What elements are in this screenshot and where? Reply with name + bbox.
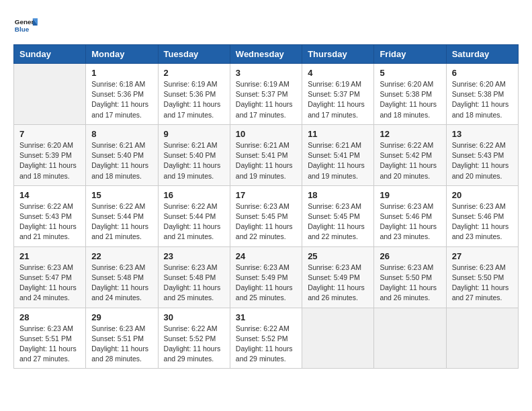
- day-number: 14: [19, 190, 80, 200]
- day-number: 13: [452, 129, 513, 139]
- day-info: Sunrise: 6:22 AMSunset: 5:44 PMDaylight:…: [91, 201, 152, 242]
- calendar-cell: 18Sunrise: 6:23 AMSunset: 5:45 PMDayligh…: [302, 185, 374, 246]
- day-number: 4: [308, 68, 368, 78]
- day-info: Sunrise: 6:21 AMSunset: 5:40 PMDaylight:…: [164, 140, 224, 181]
- calendar-cell: 29Sunrise: 6:23 AMSunset: 5:51 PMDayligh…: [86, 308, 158, 369]
- calendar-cell: 16Sunrise: 6:22 AMSunset: 5:44 PMDayligh…: [158, 185, 230, 246]
- logo-icon: General Blue: [13, 13, 38, 38]
- col-header-thursday: Thursday: [302, 45, 374, 64]
- day-number: 11: [308, 129, 368, 139]
- calendar-week-2: 7Sunrise: 6:20 AMSunset: 5:39 PMDaylight…: [14, 124, 519, 185]
- day-info: Sunrise: 6:22 AMSunset: 5:43 PMDaylight:…: [19, 201, 80, 242]
- col-header-tuesday: Tuesday: [158, 45, 230, 64]
- day-info: Sunrise: 6:21 AMSunset: 5:41 PMDaylight:…: [236, 140, 296, 181]
- day-number: 24: [236, 251, 296, 261]
- day-info: Sunrise: 6:23 AMSunset: 5:46 PMDaylight:…: [452, 201, 513, 242]
- day-info: Sunrise: 6:19 AMSunset: 5:37 PMDaylight:…: [308, 79, 368, 120]
- calendar-cell: 9Sunrise: 6:21 AMSunset: 5:40 PMDaylight…: [158, 124, 230, 185]
- calendar-cell: 20Sunrise: 6:23 AMSunset: 5:46 PMDayligh…: [446, 185, 518, 246]
- day-number: 30: [164, 312, 224, 322]
- calendar-week-3: 14Sunrise: 6:22 AMSunset: 5:43 PMDayligh…: [14, 185, 519, 246]
- calendar-table: SundayMondayTuesdayWednesdayThursdayFrid…: [13, 44, 519, 369]
- calendar-cell: 31Sunrise: 6:22 AMSunset: 5:52 PMDayligh…: [230, 308, 302, 369]
- day-info: Sunrise: 6:23 AMSunset: 5:49 PMDaylight:…: [236, 263, 296, 304]
- col-header-wednesday: Wednesday: [230, 45, 302, 64]
- day-number: 31: [236, 312, 296, 322]
- day-number: 15: [91, 190, 152, 200]
- day-info: Sunrise: 6:20 AMSunset: 5:38 PMDaylight:…: [452, 79, 513, 120]
- calendar-cell: 12Sunrise: 6:22 AMSunset: 5:42 PMDayligh…: [374, 124, 446, 185]
- logo: General Blue: [13, 13, 38, 38]
- day-info: Sunrise: 6:23 AMSunset: 5:50 PMDaylight:…: [380, 263, 440, 304]
- calendar-cell: 14Sunrise: 6:22 AMSunset: 5:43 PMDayligh…: [14, 185, 86, 246]
- calendar-cell: 13Sunrise: 6:22 AMSunset: 5:43 PMDayligh…: [446, 124, 518, 185]
- col-header-sunday: Sunday: [14, 45, 86, 64]
- day-number: 23: [164, 251, 224, 261]
- day-info: Sunrise: 6:23 AMSunset: 5:48 PMDaylight:…: [164, 263, 224, 304]
- day-info: Sunrise: 6:22 AMSunset: 5:52 PMDaylight:…: [236, 324, 296, 365]
- day-number: 29: [91, 312, 152, 322]
- day-info: Sunrise: 6:23 AMSunset: 5:51 PMDaylight:…: [91, 324, 152, 365]
- day-info: Sunrise: 6:22 AMSunset: 5:52 PMDaylight:…: [164, 324, 224, 365]
- day-info: Sunrise: 6:23 AMSunset: 5:45 PMDaylight:…: [308, 201, 368, 242]
- calendar-cell: 21Sunrise: 6:23 AMSunset: 5:47 PMDayligh…: [14, 246, 86, 308]
- day-number: 10: [236, 129, 296, 139]
- day-info: Sunrise: 6:19 AMSunset: 5:37 PMDaylight:…: [236, 79, 296, 120]
- calendar-cell: [374, 308, 446, 369]
- calendar-cell: 6Sunrise: 6:20 AMSunset: 5:38 PMDaylight…: [446, 64, 518, 125]
- calendar-cell: 8Sunrise: 6:21 AMSunset: 5:40 PMDaylight…: [86, 124, 158, 185]
- day-number: 27: [452, 251, 513, 261]
- calendar-cell: 24Sunrise: 6:23 AMSunset: 5:49 PMDayligh…: [230, 246, 302, 308]
- page-header: General Blue: [13, 13, 519, 38]
- day-number: 8: [91, 129, 152, 139]
- day-number: 5: [380, 68, 440, 78]
- calendar-cell: 28Sunrise: 6:23 AMSunset: 5:51 PMDayligh…: [14, 308, 86, 369]
- day-number: 22: [91, 251, 152, 261]
- calendar-cell: 19Sunrise: 6:23 AMSunset: 5:46 PMDayligh…: [374, 185, 446, 246]
- calendar-cell: [302, 308, 374, 369]
- day-info: Sunrise: 6:23 AMSunset: 5:51 PMDaylight:…: [19, 324, 80, 365]
- calendar-cell: [446, 308, 518, 369]
- day-info: Sunrise: 6:19 AMSunset: 5:36 PMDaylight:…: [164, 79, 224, 120]
- col-header-saturday: Saturday: [446, 45, 518, 64]
- calendar-cell: 15Sunrise: 6:22 AMSunset: 5:44 PMDayligh…: [86, 185, 158, 246]
- day-info: Sunrise: 6:21 AMSunset: 5:40 PMDaylight:…: [91, 140, 152, 181]
- day-info: Sunrise: 6:20 AMSunset: 5:39 PMDaylight:…: [19, 140, 80, 181]
- calendar-cell: 1Sunrise: 6:18 AMSunset: 5:36 PMDaylight…: [86, 64, 158, 125]
- calendar-cell: 17Sunrise: 6:23 AMSunset: 5:45 PMDayligh…: [230, 185, 302, 246]
- day-number: 20: [452, 190, 513, 200]
- day-number: 25: [308, 251, 368, 261]
- calendar-cell: 10Sunrise: 6:21 AMSunset: 5:41 PMDayligh…: [230, 124, 302, 185]
- day-number: 6: [452, 68, 513, 78]
- calendar-cell: 5Sunrise: 6:20 AMSunset: 5:38 PMDaylight…: [374, 64, 446, 125]
- calendar-week-1: 1Sunrise: 6:18 AMSunset: 5:36 PMDaylight…: [14, 64, 519, 125]
- calendar-week-4: 21Sunrise: 6:23 AMSunset: 5:47 PMDayligh…: [14, 246, 519, 308]
- day-info: Sunrise: 6:22 AMSunset: 5:44 PMDaylight:…: [164, 201, 224, 242]
- calendar-cell: 30Sunrise: 6:22 AMSunset: 5:52 PMDayligh…: [158, 308, 230, 369]
- day-number: 12: [380, 129, 440, 139]
- calendar-cell: 2Sunrise: 6:19 AMSunset: 5:36 PMDaylight…: [158, 64, 230, 125]
- day-number: 26: [380, 251, 440, 261]
- calendar-cell: 4Sunrise: 6:19 AMSunset: 5:37 PMDaylight…: [302, 64, 374, 125]
- svg-text:Blue: Blue: [15, 26, 30, 33]
- day-info: Sunrise: 6:21 AMSunset: 5:41 PMDaylight:…: [308, 140, 368, 181]
- day-number: 16: [164, 190, 224, 200]
- col-header-friday: Friday: [374, 45, 446, 64]
- calendar-cell: 25Sunrise: 6:23 AMSunset: 5:49 PMDayligh…: [302, 246, 374, 308]
- day-number: 19: [380, 190, 440, 200]
- day-number: 28: [19, 312, 80, 322]
- calendar-cell: 3Sunrise: 6:19 AMSunset: 5:37 PMDaylight…: [230, 64, 302, 125]
- day-info: Sunrise: 6:23 AMSunset: 5:48 PMDaylight:…: [91, 263, 152, 304]
- day-info: Sunrise: 6:20 AMSunset: 5:38 PMDaylight:…: [380, 79, 440, 120]
- calendar-cell: 26Sunrise: 6:23 AMSunset: 5:50 PMDayligh…: [374, 246, 446, 308]
- day-number: 3: [236, 68, 296, 78]
- calendar-cell: 27Sunrise: 6:23 AMSunset: 5:50 PMDayligh…: [446, 246, 518, 308]
- calendar-cell: 7Sunrise: 6:20 AMSunset: 5:39 PMDaylight…: [14, 124, 86, 185]
- calendar-cell: [14, 64, 86, 125]
- day-number: 18: [308, 190, 368, 200]
- day-info: Sunrise: 6:23 AMSunset: 5:47 PMDaylight:…: [19, 263, 80, 304]
- day-number: 21: [19, 251, 80, 261]
- day-number: 2: [164, 68, 224, 78]
- day-number: 7: [19, 129, 80, 139]
- calendar-cell: 22Sunrise: 6:23 AMSunset: 5:48 PMDayligh…: [86, 246, 158, 308]
